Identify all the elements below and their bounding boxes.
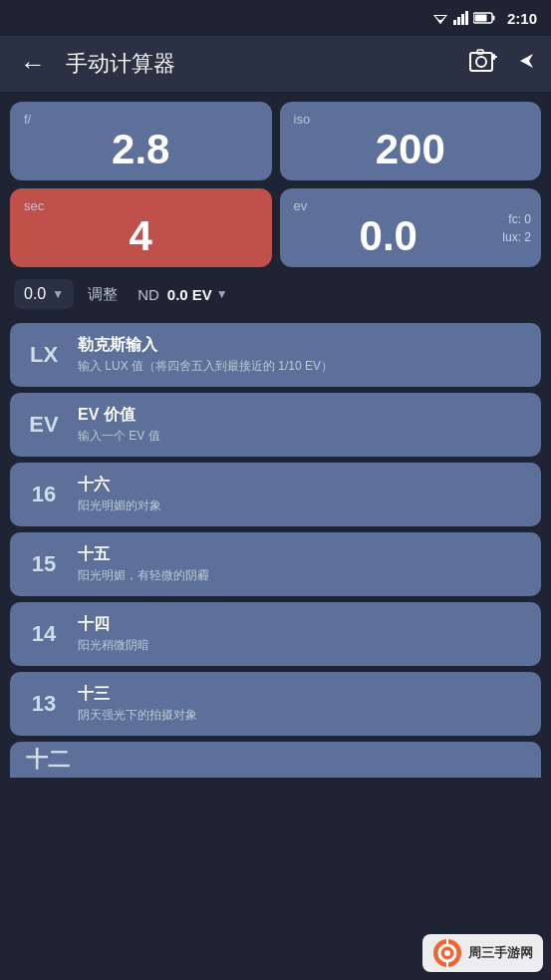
list-item-ev[interactable]: EV EV 价值 输入一个 EV 值 (10, 393, 541, 457)
list-item-title-13: 十三 (78, 684, 197, 705)
nd-dropdown-arrow: ▼ (216, 287, 228, 301)
list-item-sub-ev: 输入一个 EV 值 (78, 428, 160, 445)
add-photo-icon[interactable] (469, 49, 497, 79)
watermark-text: 周三手游网 (468, 944, 533, 962)
list-item-title-14: 十四 (78, 614, 149, 635)
list-item-title-16: 十六 (78, 475, 161, 495)
list-item-num-12: 十二 (26, 745, 70, 775)
list-item-text-13: 十三 阴天强光下的拍摄对象 (78, 684, 197, 724)
wifi-icon (431, 11, 449, 25)
list-item-13[interactable]: 13 十三 阴天强光下的拍摄对象 (10, 672, 541, 736)
list-item-text-ev: EV 价值 输入一个 EV 值 (78, 405, 160, 445)
list-item-sub-13: 阴天强光下的拍摄对象 (78, 707, 197, 724)
svg-rect-9 (492, 16, 494, 21)
adj-label: 调整 (88, 285, 118, 304)
svg-point-11 (476, 57, 486, 67)
svg-rect-8 (474, 15, 486, 22)
fc-label: fc: 0 (502, 210, 531, 228)
adj-row: 0.0 ▼ 调整 ND 0.0 EV ▼ (0, 271, 551, 317)
list-item-text-15: 十五 阳光明媚，有轻微的阴霾 (78, 544, 209, 584)
iso-label: iso (294, 112, 528, 127)
sec-card[interactable]: sec 4 (10, 188, 272, 267)
watermark-logo (432, 938, 462, 968)
list-item-16[interactable]: 16 十六 阳光明媚的对象 (10, 463, 541, 526)
list-item-num-13: 13 (26, 691, 62, 717)
battery-icon (473, 12, 495, 24)
list-item-text-lx: 勒克斯输入 输入 LUX 值（将四舍五入到最接近的 1/10 EV） (78, 335, 333, 375)
list-item-text-14: 十四 阳光稍微阴暗 (78, 614, 149, 654)
svg-point-17 (444, 950, 450, 956)
svg-rect-6 (465, 11, 468, 25)
list-item-text-16: 十六 阳光明媚的对象 (78, 475, 161, 514)
list-item-num-16: 16 (26, 482, 62, 507)
f-label: f/ (24, 112, 258, 127)
adj-nd-label: ND (138, 286, 159, 303)
nd-value: 0.0 EV (167, 286, 212, 303)
ev-card[interactable]: ev 0.0 fc: 0 lux: 2 (280, 188, 542, 267)
list-section: LX 勒克斯输入 输入 LUX 值（将四舍五入到最接近的 1/10 EV） EV… (0, 317, 551, 778)
list-item-sub-lx: 输入 LUX 值（将四舍五入到最接近的 1/10 EV） (78, 358, 333, 375)
list-item-15[interactable]: 15 十五 阳光明媚，有轻微的阴霾 (10, 532, 541, 596)
list-item-sub-14: 阳光稍微阴暗 (78, 637, 149, 654)
svg-rect-3 (453, 20, 456, 25)
signal-icon (453, 11, 469, 25)
adjustment-dropdown[interactable]: 0.0 ▼ (14, 279, 74, 309)
svg-marker-2 (437, 20, 443, 24)
sec-value: 4 (24, 215, 258, 257)
watermark: 周三手游网 (422, 934, 543, 972)
ev-label: ev (294, 198, 528, 213)
list-item-title-lx: 勒克斯输入 (78, 335, 333, 356)
sec-label: sec (24, 198, 258, 213)
toolbar-title: 手动计算器 (66, 49, 457, 79)
svg-rect-10 (470, 53, 492, 71)
svg-rect-4 (457, 17, 460, 25)
list-item-num-14: 14 (26, 621, 62, 647)
toolbar-icons (469, 49, 539, 79)
list-item-12-partial[interactable]: 十二 (10, 742, 541, 778)
iso-card[interactable]: iso 200 (280, 102, 542, 180)
status-icons (431, 11, 495, 25)
share-icon[interactable] (515, 49, 539, 79)
svg-rect-5 (461, 14, 464, 25)
card-row-1: f/ 2.8 iso 200 (0, 92, 551, 184)
list-item-14[interactable]: 14 十四 阳光稍微阴暗 (10, 602, 541, 666)
toolbar: ← 手动计算器 (0, 36, 551, 92)
nd-dropdown[interactable]: 0.0 EV ▼ (167, 286, 228, 303)
list-item-sub-15: 阳光明媚，有轻微的阴霾 (78, 567, 209, 584)
lux-label: lux: 2 (502, 228, 531, 246)
f-value: 2.8 (24, 129, 258, 170)
card-row-2: sec 4 ev 0.0 fc: 0 lux: 2 (0, 184, 551, 271)
list-item-lx[interactable]: LX 勒克斯输入 输入 LUX 值（将四舍五入到最接近的 1/10 EV） (10, 323, 541, 387)
ev-side: fc: 0 lux: 2 (502, 210, 531, 246)
adj-dropdown-value: 0.0 (24, 285, 46, 303)
status-time: 2:10 (507, 10, 537, 27)
list-item-num-ev: EV (26, 412, 62, 438)
list-item-sub-16: 阳光明媚的对象 (78, 497, 161, 514)
list-item-num-15: 15 (26, 551, 62, 577)
list-item-title-ev: EV 价值 (78, 405, 160, 426)
f-card[interactable]: f/ 2.8 (10, 102, 272, 180)
list-item-num-lx: LX (26, 342, 62, 368)
iso-value: 200 (294, 129, 528, 170)
status-bar: 2:10 (0, 0, 551, 36)
back-button[interactable]: ← (12, 45, 54, 84)
ev-value: 0.0 (294, 215, 528, 257)
adj-dropdown-arrow: ▼ (52, 287, 64, 301)
list-item-title-15: 十五 (78, 544, 209, 565)
